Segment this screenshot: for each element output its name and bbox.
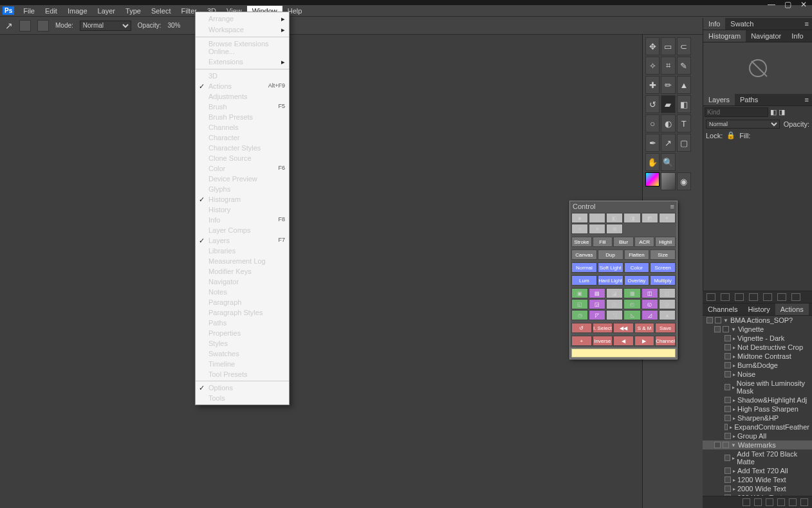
actions-ic4[interactable] (749, 293, 758, 301)
expand-icon[interactable]: ▸ (733, 486, 735, 492)
cp-btn-blur[interactable]: Blur (613, 237, 634, 247)
actions-menu-icon[interactable]: ≡ (809, 304, 812, 315)
action-bma-actions-sop-[interactable]: ▼BMA Actions_SOP? (703, 316, 812, 325)
layer-filter-input[interactable] (705, 107, 768, 117)
lock-icon[interactable]: 🔒 (726, 131, 735, 140)
record-icon[interactable] (754, 498, 762, 506)
cp-btn--[interactable]: ◧ (606, 213, 623, 223)
tab-paths[interactable]: Paths (735, 94, 763, 105)
eyedropper-tool-icon[interactable]: ✎ (677, 57, 691, 75)
cp-btn--[interactable]: □ (589, 213, 605, 223)
cp-ic2-5[interactable]: ◰ (659, 288, 676, 298)
actions-ic3[interactable] (735, 293, 744, 301)
play-icon[interactable] (766, 498, 773, 506)
cp-btn--[interactable]: ✕ (589, 224, 605, 234)
actions-ic2[interactable] (721, 293, 730, 301)
visibility-icon[interactable] (724, 485, 731, 492)
menuitem-layer-comps[interactable]: Layer Comps (196, 225, 289, 235)
menuitem-character-styles[interactable]: Character Styles (196, 143, 289, 153)
toggle-icon[interactable] (715, 317, 721, 323)
cp-btn--[interactable]: ◨ (623, 213, 640, 223)
menuitem-measurement-log[interactable]: Measurement Log (196, 256, 289, 266)
cp-btn-dup-image[interactable]: Dup Image (598, 249, 623, 260)
cp-ic2-14[interactable]: ◹ (606, 310, 623, 320)
visibility-icon[interactable] (714, 326, 721, 332)
maximize-button[interactable]: ▢ (784, 0, 791, 9)
expand-icon[interactable]: ▸ (732, 385, 735, 390)
expand-icon[interactable]: ▸ (733, 363, 735, 368)
expand-icon[interactable]: ▸ (733, 372, 735, 377)
brush-tool-icon[interactable]: ✏ (661, 76, 675, 94)
action-group-all[interactable]: ▸Group All (703, 431, 812, 440)
panel-menu-icon[interactable]: ≡ (802, 18, 812, 30)
cp-btn-save[interactable]: Save (655, 323, 676, 333)
menuitem-3d[interactable]: 3D (196, 71, 289, 81)
menu-edit[interactable]: Edit (40, 6, 62, 16)
action-add-text-720-all[interactable]: ▸Add Text 720 All (703, 466, 812, 475)
cp-btn-stroke[interactable]: Stroke (571, 237, 592, 247)
menuitem-properties[interactable]: Properties (196, 328, 289, 338)
type-tool-icon[interactable]: T (677, 114, 691, 132)
action-watermarks[interactable]: ▼Watermarks (703, 440, 812, 449)
visibility-icon[interactable] (724, 344, 731, 350)
cp-btn--[interactable]: ↺ (571, 323, 592, 333)
cp-ic2-10[interactable]: ◵ (641, 299, 658, 309)
menuitem-paragraph-styles[interactable]: Paragraph Styles (196, 307, 289, 318)
control-input[interactable] (571, 349, 676, 358)
new-set-icon[interactable] (777, 498, 785, 506)
filter-icon[interactable]: ◧ (770, 108, 777, 116)
cp-btn--[interactable]: ✧ (571, 224, 588, 234)
control-close-icon[interactable]: ≡ (670, 203, 674, 210)
cp-ic2-13[interactable]: ◸ (589, 310, 605, 320)
cp-btn-fill[interactable]: Fill (593, 237, 613, 247)
visibility-icon[interactable] (724, 415, 731, 421)
menuitem-brush-presets[interactable]: Brush Presets (196, 112, 289, 122)
dodge-tool-icon[interactable]: ◐ (661, 114, 675, 132)
wand-tool-icon[interactable]: ✧ (645, 57, 660, 75)
action-shadow-highlight-adj[interactable]: ▸Shadow&Highlight Adj (703, 395, 812, 404)
tab-channels[interactable]: Channels (703, 304, 743, 315)
cp-btn-soft-light[interactable]: Soft Light (598, 262, 623, 273)
cp-btn-color[interactable]: Color (624, 262, 650, 273)
heal-tool-icon[interactable]: ✚ (645, 76, 660, 94)
menu-layer[interactable]: Layer (93, 6, 121, 16)
action-burn-dodge[interactable]: ▸Burn&Dodge (703, 361, 812, 370)
action-1200-wide-text[interactable]: ▸1200 Wide Text (703, 475, 812, 484)
cp-btn-hard-light[interactable]: Hard Light (598, 275, 623, 286)
expand-icon[interactable]: ▸ (733, 336, 735, 341)
visibility-icon[interactable] (706, 317, 713, 323)
visibility-icon[interactable] (724, 433, 731, 439)
color-swatch2-icon[interactable] (661, 172, 675, 190)
visibility-icon[interactable] (724, 362, 731, 368)
menuitem-notes[interactable]: Notes (196, 287, 289, 297)
crop-tool-icon[interactable]: ⌗ (661, 57, 675, 75)
expand-icon[interactable]: ▸ (733, 345, 735, 350)
menu-image[interactable]: Image (62, 6, 93, 16)
cp-btn-s-m[interactable]: S & M (634, 323, 655, 333)
menuitem-character[interactable]: Character (196, 132, 289, 143)
action-high-pass-sharpen[interactable]: ▸High Pass Sharpen (703, 404, 812, 413)
visibility-icon[interactable] (724, 406, 731, 412)
menuitem-navigator[interactable]: Navigator (196, 277, 289, 287)
menuitem-channels[interactable]: Channels (196, 122, 289, 132)
action-noise[interactable]: ▸Noise (703, 370, 812, 379)
menuitem-libraries[interactable]: Libraries (196, 246, 289, 256)
menuitem-browse-extensions-online-[interactable]: Browse Extensions Online... (196, 39, 289, 57)
canvas[interactable] (0, 35, 642, 508)
cp-btn-lum[interactable]: Lum (571, 275, 597, 286)
cp-ic2-8[interactable]: ◳ (606, 299, 623, 309)
cp-btn--[interactable]: ◩ (641, 213, 658, 223)
visibility-icon[interactable] (724, 384, 730, 390)
layer-blend-select[interactable]: Normal (706, 120, 780, 129)
visibility-icon[interactable] (724, 353, 731, 359)
menuitem-paths[interactable]: Paths (196, 318, 289, 328)
actions-ic6[interactable] (777, 293, 786, 301)
cp-btn--[interactable]: ◀ (613, 336, 634, 346)
stamp-tool-icon[interactable]: ▲ (677, 76, 691, 94)
expand-icon[interactable]: ▼ (731, 327, 736, 332)
control-floating-panel[interactable]: Control ≡ ■□◧◨◩✦✧✕⊞ StrokeFillBlurACRHig… (569, 201, 678, 359)
tab-info2[interactable]: Info (786, 30, 808, 42)
path-tool-icon[interactable]: ↗ (661, 134, 675, 152)
tab-navigator[interactable]: Navigator (746, 30, 786, 42)
gradient-tool-icon[interactable]: ◧ (677, 95, 691, 113)
